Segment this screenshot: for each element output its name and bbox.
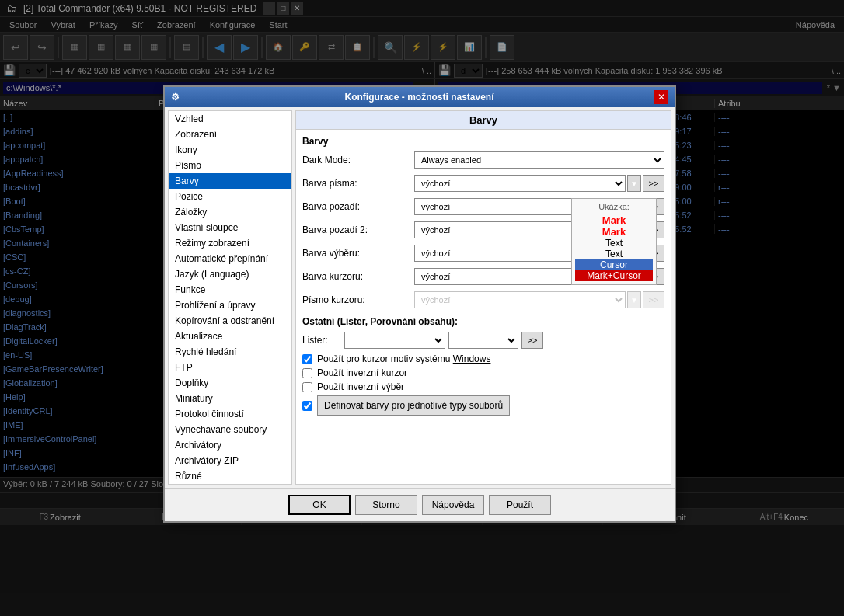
dark-mode-label: Dark Mode: xyxy=(302,155,411,165)
pismo-kurzoru-wrap: výchozí ▼ >> xyxy=(414,291,664,308)
dialog-content-area: Barvy Barvy Dark Mode: Always enabled Al… xyxy=(295,110,671,485)
pismo-kurzoru-gt: >> xyxy=(643,291,664,308)
dialog-pouzit-button[interactable]: Použít xyxy=(489,495,551,515)
nav-item-záložky[interactable]: Záložky xyxy=(169,204,291,220)
pismo-kurzoru-label: Písmo kurzoru: xyxy=(302,294,411,305)
preview-text1: Text xyxy=(575,238,653,249)
nav-item-miniatury[interactable]: Miniatury xyxy=(169,391,291,406)
pismo-kurzoru-row: Písmo kurzoru: výchozí ▼ >> xyxy=(302,291,664,308)
preview-text2: Text xyxy=(575,249,653,259)
dialog-title: ⚙ Konfigurace - možnosti nastavení ✕ xyxy=(165,87,675,107)
barva-vyberu-label: Barva výběru: xyxy=(302,248,411,259)
checkbox-inverzni-kurzor-label[interactable]: Použít inverzní kurzor xyxy=(317,367,407,378)
config-dialog: ⚙ Konfigurace - možnosti nastavení ✕ Vzh… xyxy=(163,85,676,523)
dialog-ok-button[interactable]: OK xyxy=(288,495,351,515)
nav-item-aktualizace[interactable]: Aktualizace xyxy=(169,329,291,344)
colors-form: Dark Mode: Always enabled Always disable… xyxy=(302,151,664,308)
nav-item-doplňky[interactable]: Doplňky xyxy=(169,375,291,391)
nav-item-protokol-činností[interactable]: Protokol činností xyxy=(169,406,291,422)
preview-mark-cursor: Mark+Cursor xyxy=(575,270,653,281)
nav-item-archivátory[interactable]: Archivátory xyxy=(169,437,291,453)
dialog-storno-button[interactable]: Storno xyxy=(355,495,417,515)
preview-label: Ukázka: xyxy=(575,202,653,211)
preview-box: Ukázka: Mark Mark Text Text Cursor Mark+… xyxy=(571,198,657,285)
nav-item-vynechávané-soubory[interactable]: Vynechávané soubory xyxy=(169,422,291,437)
dark-mode-select[interactable]: Always enabled Always disabled Follow sy… xyxy=(414,151,664,169)
nav-item-barvy[interactable]: Barvy xyxy=(169,173,291,189)
dialog-close-button[interactable]: ✕ xyxy=(654,90,668,104)
barva-pisma-gt[interactable]: >> xyxy=(643,175,664,192)
barva-pisma-label: Barva písma: xyxy=(302,178,411,189)
lister-row: Lister: >> xyxy=(302,332,664,349)
nav-item-automatické-přepínání[interactable]: Automatické přepínání xyxy=(169,251,291,266)
barva-pozadi2-label: Barva pozadí 2: xyxy=(302,224,411,235)
preview-mark1: Mark xyxy=(575,214,653,226)
ostatni-label: Ostatní (Lister, Porovnání obsahu): xyxy=(302,316,664,327)
dialog-buttons: OK Storno Nápověda Použít xyxy=(165,488,675,521)
checkbox-def-colors[interactable] xyxy=(302,401,312,411)
barva-kurzoru-label: Barva kurzoru: xyxy=(302,271,411,282)
lister-label: Lister: xyxy=(302,335,341,346)
dialog-nav-list: VzhledZobrazeníIkonyPísmoBarvyPoziceZálo… xyxy=(168,110,292,485)
checkbox-row-3: Použít inverzní výběr xyxy=(302,381,664,392)
checkbox-inverzni-vyber-label[interactable]: Použít inverzní výběr xyxy=(317,381,404,392)
dark-mode-row: Dark Mode: Always enabled Always disable… xyxy=(302,151,664,169)
checkbox-inverzni-vyber[interactable] xyxy=(302,382,312,392)
checkbox-system-cursor-label[interactable]: Použít pro kurzor motiv systému Windows xyxy=(317,353,490,364)
nav-item-archivátory-zip[interactable]: Archivátory ZIP xyxy=(169,453,291,468)
checkbox-row-2: Použít inverzní kurzor xyxy=(302,367,664,378)
barva-pozadi-label: Barva pozadí: xyxy=(302,201,411,212)
lister-gt[interactable]: >> xyxy=(521,332,543,349)
checkbox-row-4: Definovat barvy pro jednotlivé typy soub… xyxy=(302,395,664,416)
barva-pisma-row: Barva písma: výchozí ▼ >> Ukázka: Mark M… xyxy=(302,175,664,192)
preview-cursor: Cursor xyxy=(575,259,653,270)
nav-item-ftp[interactable]: FTP xyxy=(169,360,291,375)
nav-item-režimy-zobrazení[interactable]: Režimy zobrazení xyxy=(169,235,291,251)
nav-item-prohlížení-a-úpravy[interactable]: Prohlížení a úpravy xyxy=(169,298,291,313)
nav-item-jazyk-(language)[interactable]: Jazyk (Language) xyxy=(169,266,291,282)
checkbox-inverzni-kurzor[interactable] xyxy=(302,368,312,378)
nav-item-ikony[interactable]: Ikony xyxy=(169,142,291,158)
barva-pisma-select[interactable]: výchozí xyxy=(414,175,626,192)
checkbox-row-1: Použít pro kurzor motiv systému Windows xyxy=(302,353,664,364)
barva-pisma-wrap: výchozí ▼ >> xyxy=(414,175,664,192)
dialog-overlay: ⚙ Konfigurace - možnosti nastavení ✕ Vzh… xyxy=(0,0,844,616)
nav-item-různé[interactable]: Různé xyxy=(169,468,291,484)
barva-pisma-arrow[interactable]: ▼ xyxy=(627,175,641,192)
nav-item-písmo[interactable]: Písmo xyxy=(169,158,291,173)
nav-item-vzhled[interactable]: Vzhled xyxy=(169,111,291,127)
dialog-title-text: Konfigurace - možnosti nastavení xyxy=(344,92,493,103)
nav-item-rychlé-hledání[interactable]: Rychlé hledání xyxy=(169,344,291,360)
def-colors-button[interactable]: Definovat barvy pro jednotlivé typy soub… xyxy=(317,395,510,416)
pismo-kurzoru-arrow: ▼ xyxy=(627,291,641,308)
dialog-title-icon: ⚙ xyxy=(171,92,180,103)
dialog-napoveda-button[interactable]: Nápověda xyxy=(422,495,484,515)
dark-mode-select-wrap: Always enabled Always disabled Follow sy… xyxy=(414,151,664,169)
section-barvy: Barvy xyxy=(302,136,664,147)
lister-select[interactable] xyxy=(344,332,445,349)
nav-item-zobrazení[interactable]: Zobrazení xyxy=(169,127,291,142)
pismo-kurzoru-select[interactable]: výchozí xyxy=(414,291,626,308)
dialog-body: VzhledZobrazeníIkonyPísmoBarvyPoziceZálo… xyxy=(165,107,675,488)
preview-mark2: Mark xyxy=(575,226,653,238)
dialog-content-inner: Barvy Dark Mode: Always enabled Always d… xyxy=(296,130,671,484)
lister-select2[interactable] xyxy=(448,332,518,349)
nav-item-pozice[interactable]: Pozice xyxy=(169,189,291,204)
checkbox-system-cursor[interactable] xyxy=(302,354,312,364)
nav-item-kopírování-a-odstranění[interactable]: Kopírování a odstranění xyxy=(169,313,291,329)
dialog-content-title: Barvy xyxy=(296,111,671,130)
nav-item-vlastní-sloupce[interactable]: Vlastní sloupce xyxy=(169,220,291,235)
nav-item-funkce[interactable]: Funkce xyxy=(169,282,291,298)
